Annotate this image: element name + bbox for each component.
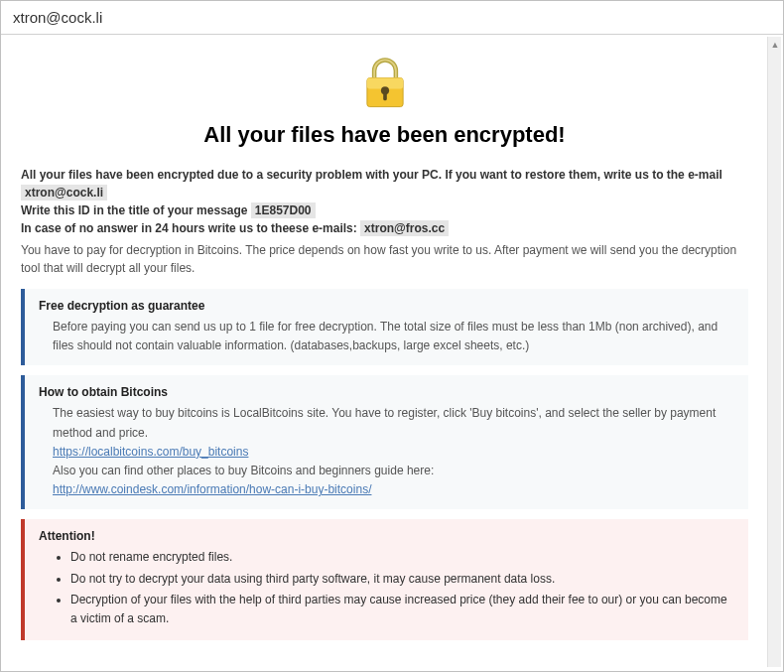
intro-line2: Write this ID in the title of your messa… <box>21 203 251 217</box>
vertical-scrollbar[interactable]: ▲ <box>767 37 781 667</box>
lock-icon <box>356 55 414 112</box>
contact-email-2: xtron@fros.cc <box>360 220 449 236</box>
coindesk-link[interactable]: http://www.coindesk.com/information/how-… <box>53 482 371 496</box>
main-heading: All your files have been encrypted! <box>21 122 748 148</box>
bitcoins-line2: Also you can find other places to buy Bi… <box>53 462 734 480</box>
bitcoins-section: How to obtain Bitcoins The easiest way t… <box>21 375 748 509</box>
localbitcoins-link[interactable]: https://localbitcoins.com/buy_bitcoins <box>53 445 248 459</box>
intro-line3: In case of no answer in 24 hours write u… <box>21 221 360 235</box>
intro-block: All your files have been encrypted due t… <box>21 166 748 237</box>
victim-id: 1E857D00 <box>251 202 316 218</box>
attention-item: Decryption of your files with the help o… <box>70 591 734 628</box>
bitcoins-title: How to obtain Bitcoins <box>39 385 734 399</box>
svg-rect-3 <box>383 92 387 100</box>
attention-title: Attention! <box>39 529 734 543</box>
scroll-up-arrow[interactable]: ▲ <box>768 37 782 53</box>
window-title-text: xtron@cock.li <box>13 9 102 26</box>
payment-note: You have to pay for decryption in Bitcoi… <box>21 241 748 277</box>
attention-list: Do not rename encrypted files. Do not tr… <box>53 548 734 628</box>
contact-email-1: xtron@cock.li <box>21 185 107 201</box>
attention-section: Attention! Do not rename encrypted files… <box>21 519 748 640</box>
guarantee-section: Free decryption as guarantee Before payi… <box>21 289 748 365</box>
attention-item: Do not try to decrypt your data using th… <box>70 570 734 589</box>
attention-item: Do not rename encrypted files. <box>70 548 734 567</box>
bitcoins-line1: The easiest way to buy bitcoins is Local… <box>53 404 734 442</box>
guarantee-body: Before paying you can send us up to 1 fi… <box>39 318 734 355</box>
intro-line1: All your files have been encrypted due t… <box>21 168 722 182</box>
guarantee-title: Free decryption as guarantee <box>39 299 734 313</box>
content-area: All your files have been encrypted! All … <box>1 35 783 669</box>
window-titlebar: xtron@cock.li <box>1 1 783 35</box>
